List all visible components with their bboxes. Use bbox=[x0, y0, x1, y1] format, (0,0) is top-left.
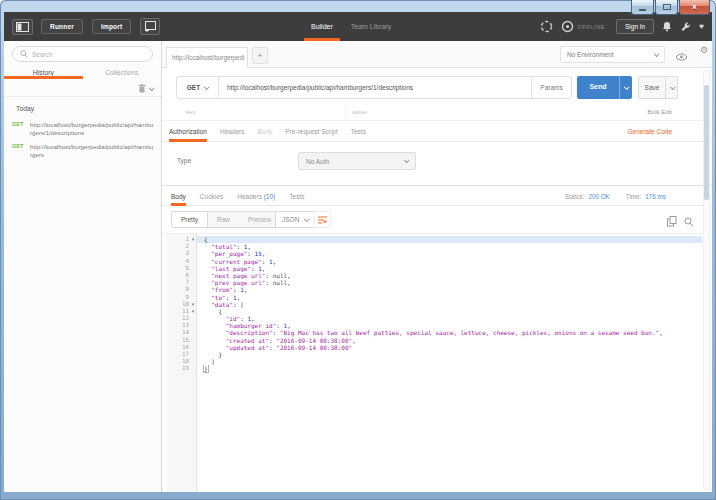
tab-tests[interactable]: Tests bbox=[351, 122, 366, 142]
code-line[interactable]: 12 "id": 1, bbox=[167, 315, 702, 322]
send-label[interactable]: Send bbox=[577, 76, 619, 99]
method-select[interactable]: GET bbox=[177, 77, 219, 98]
format-select[interactable]: JSON bbox=[275, 211, 315, 228]
search-response-button[interactable] bbox=[684, 213, 694, 231]
line-gutter[interactable]: 5 bbox=[167, 265, 197, 272]
environment-select[interactable]: No Environment bbox=[560, 46, 665, 63]
line-gutter[interactable]: 3 bbox=[167, 250, 197, 257]
wrap-lines-button[interactable] bbox=[314, 211, 331, 228]
environment-settings-button[interactable]: ⚙ bbox=[700, 46, 708, 55]
code-line[interactable]: 19} bbox=[167, 365, 702, 372]
sidebar-toggle-button[interactable] bbox=[12, 19, 33, 35]
fold-arrow-icon[interactable]: ▾ bbox=[189, 301, 197, 308]
import-button[interactable]: Import bbox=[92, 19, 131, 34]
tab-authorization[interactable]: Authorization bbox=[169, 122, 207, 142]
params-button[interactable]: Params bbox=[531, 77, 571, 98]
line-gutter[interactable]: 2 bbox=[167, 243, 197, 250]
auth-type-select[interactable]: No Auth bbox=[298, 152, 416, 170]
line-gutter[interactable]: 8 bbox=[167, 286, 197, 293]
close-button[interactable]: × bbox=[679, 0, 710, 15]
view-raw-button[interactable]: Raw bbox=[208, 212, 239, 227]
runner-button[interactable]: Runner bbox=[41, 19, 83, 34]
code-line[interactable]: 7 "prev_page_url": null, bbox=[167, 279, 702, 286]
minimize-button[interactable] bbox=[631, 0, 654, 15]
tab-response-body[interactable]: Body bbox=[171, 187, 186, 206]
view-pretty-button[interactable]: Pretty bbox=[172, 212, 208, 227]
history-item[interactable]: GEThttp://localhost/burgerpedia/public/a… bbox=[4, 117, 161, 139]
sign-in-button[interactable]: Sign In bbox=[616, 19, 654, 34]
code-line[interactable]: 3 "per_page": 15, bbox=[167, 250, 702, 257]
code-line[interactable]: 4 "current_page": 1, bbox=[167, 258, 702, 265]
interceptor-button[interactable] bbox=[540, 20, 553, 33]
line-gutter[interactable]: 9 bbox=[167, 294, 197, 301]
send-button[interactable]: Send bbox=[577, 76, 632, 99]
line-gutter[interactable]: 19 bbox=[167, 365, 197, 372]
tab-cookies[interactable]: Cookies bbox=[200, 187, 223, 206]
line-gutter[interactable]: 13 bbox=[167, 322, 197, 329]
line-gutter[interactable]: 16 bbox=[167, 344, 197, 351]
new-window-button[interactable] bbox=[140, 18, 160, 35]
environment-preview-button[interactable] bbox=[675, 47, 688, 65]
send-options-button[interactable] bbox=[619, 76, 632, 99]
fold-arrow-icon[interactable]: ▾ bbox=[189, 308, 197, 315]
maximize-button[interactable] bbox=[655, 0, 678, 15]
history-item[interactable]: GEThttp://localhost/burgerpedia/public/a… bbox=[4, 139, 161, 161]
tab-response-headers[interactable]: Headers (10) bbox=[237, 187, 275, 206]
scrollbar-thumb[interactable] bbox=[704, 85, 709, 200]
tab-headers[interactable]: Headers bbox=[220, 122, 245, 142]
tab-collections[interactable]: Collections bbox=[83, 65, 162, 80]
code-line[interactable]: 14 "description": "Big Mac has two all b… bbox=[167, 329, 702, 336]
bulk-edit-button[interactable]: Bulk Edit bbox=[648, 108, 672, 115]
tab-pre-request-script[interactable]: Pre-request Script bbox=[285, 122, 337, 142]
line-gutter[interactable]: 1▾ bbox=[167, 236, 197, 243]
tab-builder[interactable]: Builder bbox=[311, 12, 333, 41]
code-line[interactable]: 16 "updated_at": "2016-09-14 00:38:00" bbox=[167, 344, 702, 351]
code-line[interactable]: 15 "created_at": "2016-09-14 00:38:00", bbox=[167, 337, 702, 344]
code-line[interactable]: 9 "to": 1, bbox=[167, 294, 702, 301]
request-tab[interactable]: http://localhost/burgerpedi bbox=[166, 47, 248, 68]
copy-response-button[interactable] bbox=[667, 213, 677, 231]
code-line[interactable]: 6 "next_page_url": null, bbox=[167, 272, 702, 279]
tab-response-tests[interactable]: Tests bbox=[289, 187, 304, 206]
code-line[interactable]: 11▾ { bbox=[167, 308, 702, 315]
save-label[interactable]: Save bbox=[639, 77, 665, 98]
sync-status-button[interactable]: OFFLINE bbox=[561, 20, 605, 33]
code-line[interactable]: 5 "last_page": 1, bbox=[167, 265, 702, 272]
new-tab-button[interactable]: + bbox=[252, 47, 268, 64]
code-line[interactable]: 10▾ "data": [ bbox=[167, 301, 702, 308]
code-text: "total": 1, bbox=[197, 243, 702, 250]
code-line[interactable]: 8 "from": 1, bbox=[167, 286, 702, 293]
fold-arrow-icon[interactable]: ▾ bbox=[189, 236, 197, 243]
code-line[interactable]: 17 } bbox=[167, 351, 702, 358]
line-gutter[interactable]: 12 bbox=[167, 315, 197, 322]
line-gutter[interactable]: 14 bbox=[167, 329, 197, 336]
line-gutter[interactable]: 18 bbox=[167, 358, 197, 365]
param-value-field[interactable]: value bbox=[352, 108, 367, 115]
url-input[interactable]: http://localhost/burgerpedia/public/api/… bbox=[219, 77, 531, 98]
line-gutter[interactable]: 6 bbox=[167, 272, 197, 279]
favorites-button[interactable]: ♥ bbox=[699, 23, 704, 31]
code-line[interactable]: 2 "total": 1, bbox=[167, 243, 702, 250]
line-gutter[interactable]: 15 bbox=[167, 337, 197, 344]
line-gutter[interactable]: 4 bbox=[167, 258, 197, 265]
code-line[interactable]: 1▾{ bbox=[167, 236, 702, 243]
line-gutter[interactable]: 10▾ bbox=[167, 301, 197, 308]
tab-body[interactable]: Body bbox=[258, 122, 273, 142]
tab-team-library[interactable]: Team Library bbox=[351, 12, 391, 41]
view-preview-button[interactable]: Preview bbox=[239, 212, 280, 227]
line-gutter[interactable]: 7 bbox=[167, 279, 197, 286]
notifications-button[interactable] bbox=[662, 21, 672, 32]
response-body-editor[interactable]: 1▾{2 "total": 1,3 "per_page": 15,4 "curr… bbox=[162, 234, 712, 492]
save-options-button[interactable] bbox=[665, 77, 677, 98]
vertical-scrollbar[interactable] bbox=[703, 70, 710, 490]
param-key-field[interactable]: key bbox=[186, 108, 196, 115]
code-line[interactable]: 13 "hamburger_id": 1, bbox=[167, 322, 702, 329]
clear-history-button[interactable] bbox=[138, 84, 153, 93]
line-gutter[interactable]: 17 bbox=[167, 351, 197, 358]
generate-code-button[interactable]: Generate Code bbox=[628, 122, 672, 142]
save-button[interactable]: Save bbox=[638, 76, 678, 99]
settings-button[interactable] bbox=[680, 21, 691, 32]
code-line[interactable]: 18 ] bbox=[167, 358, 702, 365]
line-gutter[interactable]: 11▾ bbox=[167, 308, 197, 315]
search-input[interactable]: Search bbox=[12, 46, 153, 62]
